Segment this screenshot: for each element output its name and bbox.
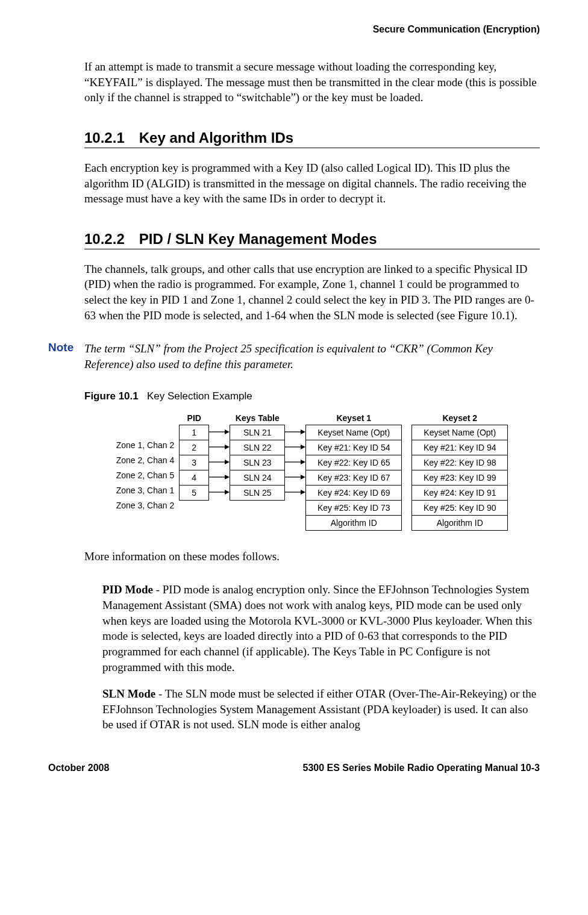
svg-marker-13 — [301, 445, 305, 449]
keyset-cell: Algorithm ID — [412, 516, 507, 530]
keyset-cell: Key #24: Key ID 91 — [412, 486, 507, 501]
footer-date: October 2008 — [48, 763, 109, 773]
note-text: The term “SLN” from the Project 25 speci… — [84, 341, 540, 372]
keyset-cell: Key #23: Key ID 99 — [412, 470, 507, 486]
pid-cell: 4 — [180, 470, 208, 486]
keyset2-table: Keyset Name (Opt) Key #21: Key ID 94 Key… — [411, 425, 508, 531]
arrow-column-2 — [285, 411, 305, 500]
svg-marker-19 — [301, 490, 305, 495]
keyset2-column: Keyset 2 Keyset Name (Opt) Key #21: Key … — [411, 411, 508, 531]
pid-table: 1 2 3 4 5 — [179, 425, 209, 501]
zone-label: Zone 2, Chan 4 — [116, 453, 180, 468]
arrow-right-icon — [285, 470, 305, 485]
arrow-right-icon — [209, 470, 230, 485]
sln-cell: SLN 25 — [230, 486, 284, 500]
pid-cell: 2 — [180, 440, 208, 455]
heading-rule — [84, 249, 540, 249]
svg-marker-7 — [225, 475, 230, 479]
note-label: Note — [48, 341, 84, 354]
keyset-cell: Key #22: Key ID 98 — [412, 455, 507, 470]
arrow-right-icon — [209, 485, 230, 500]
pid-mode-paragraph: PID Mode - PID mode is analog encryption… — [102, 582, 540, 675]
sln-mode-text: - The SLN mode must be selected if eithe… — [102, 687, 536, 731]
keyset1-table: Keyset Name (Opt) Key #21: Key ID 54 Key… — [305, 425, 402, 531]
arrow-right-icon — [285, 425, 305, 440]
keyset-cell: Key #25: Key ID 73 — [306, 501, 401, 516]
keyset-cell: Key #25: Key ID 90 — [412, 501, 507, 516]
sln-cell: SLN 21 — [230, 425, 284, 440]
svg-marker-1 — [225, 429, 230, 434]
pid-cell: 1 — [180, 425, 208, 440]
sec1-paragraph: Each encryption key is programmed with a… — [84, 160, 540, 207]
pid-mode-text: - PID mode is analog encryption only. Si… — [102, 583, 532, 673]
arrow-right-icon — [209, 455, 230, 470]
keyset1-header: Keyset 1 — [305, 411, 402, 425]
heading-rule — [84, 148, 540, 148]
keyset-cell: Key #21: Key ID 94 — [412, 440, 507, 455]
keyset-cell: Keyset Name (Opt) — [412, 425, 507, 440]
keyset2-header: Keyset 2 — [411, 411, 508, 425]
keyset1-column: Keyset 1 Keyset Name (Opt) Key #21: Key … — [305, 411, 402, 531]
arrow-right-icon — [285, 440, 305, 455]
figure-caption-text: Key Selection Example — [147, 390, 252, 402]
more-info-paragraph: More information on these modes follows. — [84, 549, 540, 564]
sln-mode-paragraph: SLN Mode - The SLN mode must be selected… — [102, 686, 540, 732]
zone-column: Zone 1, Chan 2 Zone 2, Chan 4 Zone 2, Ch… — [116, 411, 180, 513]
arrow-right-icon — [285, 485, 305, 500]
arrow-right-icon — [209, 440, 230, 455]
sec2-paragraph: The channels, talk groups, and other cal… — [84, 261, 540, 323]
keyset-cell: Key #23: Key ID 67 — [306, 470, 401, 486]
keys-table: SLN 21 SLN 22 SLN 23 SLN 24 SLN 25 — [230, 425, 285, 501]
sln-cell: SLN 24 — [230, 470, 284, 486]
arrow-column-1 — [209, 411, 230, 500]
svg-marker-17 — [301, 475, 305, 479]
note-block: Note The term “SLN” from the Project 25 … — [48, 341, 540, 372]
sln-mode-label: SLN Mode — [102, 687, 155, 700]
figure-diagram: Zone 1, Chan 2 Zone 2, Chan 4 Zone 2, Ch… — [84, 411, 540, 531]
figure-caption: Figure 10.1 Key Selection Example — [84, 390, 540, 402]
keys-column: Keys Table SLN 21 SLN 22 SLN 23 SLN 24 S… — [230, 411, 285, 501]
keyset-cell: Algorithm ID — [306, 516, 401, 530]
pid-header: PID — [179, 411, 209, 425]
arrow-right-icon — [209, 425, 230, 440]
svg-marker-5 — [225, 460, 230, 464]
pid-cell: 5 — [180, 486, 208, 500]
keys-header: Keys Table — [230, 411, 285, 425]
zone-label: Zone 1, Chan 2 — [116, 438, 180, 453]
svg-marker-3 — [225, 445, 230, 449]
keyset-cell: Key #21: Key ID 54 — [306, 440, 401, 455]
pid-column: PID 1 2 3 4 5 — [179, 411, 209, 501]
keyset-cell: Key #24: Key ID 69 — [306, 486, 401, 501]
pid-cell: 3 — [180, 455, 208, 470]
svg-marker-9 — [225, 490, 230, 495]
keyset-cell: Key #22: Key ID 65 — [306, 455, 401, 470]
keyset-cell: Keyset Name (Opt) — [306, 425, 401, 440]
svg-marker-11 — [301, 429, 305, 434]
sln-cell: SLN 23 — [230, 455, 284, 470]
zone-label: Zone 2, Chan 5 — [116, 468, 180, 483]
heading-10-2-1: 10.2.1 Key and Algorithm IDs — [84, 130, 540, 146]
arrow-right-icon — [285, 455, 305, 470]
zone-label: Zone 3, Chan 2 — [116, 498, 180, 513]
page-footer: October 2008 5300 ES Series Mobile Radio… — [48, 763, 540, 773]
intro-paragraph: If an attempt is made to transmit a secu… — [84, 59, 540, 105]
running-header: Secure Communication (Encryption) — [48, 24, 540, 35]
svg-marker-15 — [301, 460, 305, 464]
figure-label: Figure 10.1 — [84, 390, 139, 402]
zone-label: Zone 3, Chan 1 — [116, 483, 180, 498]
pid-mode-label: PID Mode — [102, 583, 153, 596]
footer-manual-page: 5300 ES Series Mobile Radio Operating Ma… — [303, 763, 540, 773]
heading-10-2-2: 10.2.2 PID / SLN Key Management Modes — [84, 231, 540, 248]
zone-header — [116, 411, 180, 438]
sln-cell: SLN 22 — [230, 440, 284, 455]
